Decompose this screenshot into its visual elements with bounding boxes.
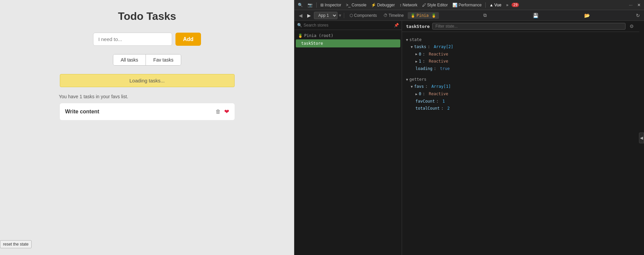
vue-icon: ▲ — [489, 3, 493, 7]
tasks-value: Array[2] — [434, 43, 453, 51]
state-section-label: ▼ state — [406, 37, 635, 42]
console-tab[interactable]: >_ Console — [344, 2, 368, 8]
error-badge: 29 — [512, 3, 519, 7]
style-editor-label: Style Editor — [427, 3, 448, 7]
tasks-1-value: Reactive — [429, 58, 448, 65]
network-icon: ↕ — [400, 3, 402, 7]
tasks-1-key: 1 — [419, 58, 421, 65]
state-collapse-icon[interactable]: ▼ — [406, 38, 408, 42]
getters-collapse-icon[interactable]: ▼ — [406, 78, 408, 81]
favcount-value: 1 — [442, 98, 445, 105]
performance-label: Performance — [458, 3, 482, 7]
input-row: Add — [93, 33, 201, 46]
loading-key: loading — [411, 65, 433, 73]
expand-btn[interactable]: » — [504, 2, 511, 8]
load-btn[interactable]: 📂 — [583, 12, 591, 19]
state-section-text: state — [409, 37, 421, 42]
save-btn[interactable]: 💾 — [531, 12, 540, 19]
task-store-item[interactable]: taskStore — [296, 39, 400, 47]
timeline-icon: ⏱ — [384, 13, 388, 18]
more-options-btn[interactable]: ··· — [627, 1, 635, 8]
tasks-key: tasks — [414, 43, 426, 51]
forward-btn[interactable]: ▶ — [306, 12, 313, 19]
timeline-tab[interactable]: ⏱ Timeline — [381, 12, 406, 19]
screenshot-btn[interactable]: 📷 — [306, 2, 315, 8]
refresh-btn[interactable]: ↻ — [635, 12, 641, 19]
getters-section-label: ▼ getters — [406, 77, 635, 82]
stores-list: 🍍 Pinia (root) taskStore — [294, 30, 402, 255]
network-tab[interactable]: ↕ Network — [398, 2, 419, 8]
inspector-tab[interactable]: ⊞ Inspector — [318, 2, 343, 8]
toolbar-separator-1 — [316, 2, 317, 8]
inspect-element-btn[interactable]: 🔍 — [296, 2, 305, 8]
collapse-panel-btn[interactable]: ◀ — [639, 133, 644, 143]
pinia-tab[interactable]: 🍍 Pinia 🍍 — [408, 12, 439, 19]
tree-tasks-row: ▼ tasks : Array[2] — [406, 43, 635, 51]
pinia-root-label: 🍍 Pinia (root) — [294, 32, 402, 39]
inspector-icon: ⊞ — [320, 3, 324, 7]
copy-btn[interactable]: ⧉ — [482, 12, 488, 19]
pin-icon: 📌 — [394, 23, 399, 28]
network-label: Network — [403, 3, 417, 7]
favs-0-value: Reactive — [429, 90, 448, 98]
state-settings-btn[interactable]: ⚙ — [628, 23, 635, 30]
filter-tabs: All tasks Fav tasks — [113, 54, 181, 66]
debugger-tab[interactable]: ⚡ Debugger — [369, 2, 397, 8]
task-input[interactable] — [93, 33, 172, 46]
task-card-title: Write content — [65, 109, 99, 115]
tasks-expand-icon[interactable]: ▼ — [411, 44, 413, 50]
favs-value: Array[1] — [431, 83, 451, 90]
performance-tab[interactable]: 📊 Performance — [450, 2, 484, 8]
totalcount-value: 2 — [447, 105, 450, 112]
tasks-0-key: 0 — [419, 51, 421, 58]
reset-state-button[interactable]: reset the state — [0, 240, 32, 248]
favs-key: favs — [414, 83, 424, 90]
totalcount-key: totalCount — [411, 105, 440, 112]
tasks-1-expand-icon[interactable]: ▶ — [415, 59, 417, 65]
vue-label: Vue — [494, 3, 501, 7]
fav-tasks-tab[interactable]: Fav tasks — [146, 54, 181, 65]
tree-tasks-1-row: ▶ 1 : Reactive — [406, 58, 635, 65]
close-btn[interactable]: ✕ — [635, 2, 643, 8]
app-selector[interactable]: App 1 — [314, 12, 337, 19]
favs-expand-icon[interactable]: ▼ — [411, 84, 413, 90]
favcount-key: favCount — [411, 98, 435, 105]
vue-tab[interactable]: ▲ Vue — [487, 2, 504, 8]
style-editor-icon: 🖊 — [422, 3, 426, 7]
app-panel: Todo Tasks Add All tasks Fav tasks Loadi… — [0, 0, 294, 255]
debugger-label: Debugger — [377, 3, 395, 7]
debugger-icon: ⚡ — [371, 3, 376, 7]
add-button[interactable]: Add — [175, 33, 201, 46]
getters-section-text: getters — [409, 77, 427, 82]
search-stores-bar: 🔍 📌 — [294, 21, 402, 30]
filter-state-input[interactable] — [432, 23, 626, 30]
back-btn[interactable]: ◀ — [297, 12, 304, 19]
style-editor-tab[interactable]: 🖊 Style Editor — [420, 2, 450, 8]
tree-favcount-row: favCount : 1 — [406, 98, 635, 105]
components-tab[interactable]: ⬡ Components — [347, 12, 379, 19]
pinia-icon: 🍍 — [410, 13, 415, 18]
state-header: taskStore ⚙ — [402, 21, 639, 32]
tasks-0-expand-icon[interactable]: ▶ — [415, 51, 417, 57]
fav-icon[interactable]: ❤ — [224, 108, 229, 115]
performance-icon: 📊 — [452, 3, 457, 7]
state-content: ▼ state ▼ tasks : Array[2] ▶ 0 : — [402, 32, 639, 255]
loading-value: true — [440, 65, 450, 73]
app-content: Todo Tasks Add All tasks Fav tasks Loadi… — [0, 0, 294, 255]
tree-tasks-0-row: ▶ 0 : Reactive — [406, 51, 635, 58]
console-label: Console — [352, 3, 366, 7]
task-card: Write content 🗑 ❤ — [60, 103, 235, 120]
loading-banner: Loading tasks... — [60, 74, 235, 87]
search-stores-input[interactable] — [304, 23, 393, 28]
components-icon: ⬡ — [350, 13, 353, 18]
getters-tree: ▼ favs : Array[1] ▶ 0 : Reactive favCoun… — [406, 83, 635, 112]
toolbar-separator-2 — [485, 2, 486, 8]
store-name-badge: taskStore — [406, 24, 430, 29]
state-panel: taskStore ⚙ ▼ state ▼ tasks : — [402, 21, 639, 255]
delete-icon[interactable]: 🗑 — [215, 109, 221, 115]
console-icon: >_ — [346, 3, 351, 7]
favs-0-expand-icon[interactable]: ▶ — [415, 91, 417, 97]
all-tasks-tab[interactable]: All tasks — [113, 54, 146, 65]
pinia-root-text: Pinia (root) — [304, 33, 333, 38]
tree-loading-row: loading : true — [406, 65, 635, 73]
